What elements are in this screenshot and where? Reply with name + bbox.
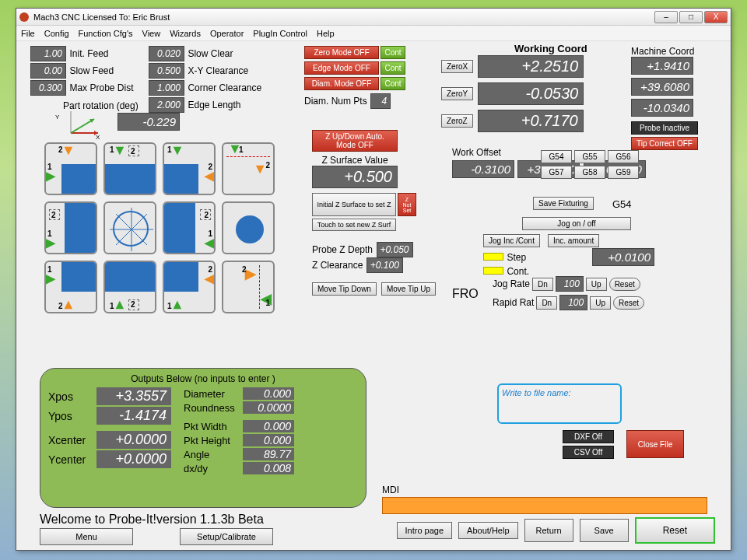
probe-edge-top[interactable]: ▼12: [103, 142, 156, 195]
close-file-button[interactable]: Close File: [626, 430, 684, 458]
zero-x-button[interactable]: ZeroX: [441, 60, 473, 73]
move-tip-up-button[interactable]: Move Tip Up: [381, 282, 436, 296]
menu-config[interactable]: Config: [44, 29, 69, 38]
probe-corner-tl[interactable]: ▼2▶1: [44, 142, 97, 195]
probe-corner-bl[interactable]: ▼2▶1: [44, 261, 97, 313]
g56-button[interactable]: G56: [608, 150, 639, 163]
part-rotation-value[interactable]: -0.229: [117, 113, 180, 131]
minimize-button[interactable]: –: [654, 11, 678, 23]
probe-line-right[interactable]: ▶2◀1: [222, 261, 275, 313]
zero-y-button[interactable]: ZeroY: [441, 87, 473, 100]
work-x-value[interactable]: +2.2510: [478, 55, 584, 78]
cont-led: [483, 267, 503, 275]
probe-edge-bottom[interactable]: ▼12: [103, 261, 156, 313]
xy-clear-value[interactable]: 0.500: [149, 63, 184, 79]
maximize-button[interactable]: □: [679, 11, 703, 23]
rapid-reset[interactable]: Reset: [613, 296, 644, 310]
pkt-width-value: 0.000: [243, 420, 294, 432]
jog-rate-value[interactable]: 100: [556, 276, 584, 292]
probe-corner-br[interactable]: ▼1◀2: [163, 261, 216, 313]
menu-function-cfgs[interactable]: Function Cfg's: [79, 29, 133, 38]
z-surface-value[interactable]: +0.500: [312, 166, 398, 188]
zero-mode-button[interactable]: Zero Mode OFF: [304, 46, 379, 59]
inc-amount-value[interactable]: +0.0100: [592, 248, 654, 266]
init-feed-label: Init. Feed: [69, 48, 108, 59]
probe-edge-right[interactable]: 2◀1: [163, 201, 216, 254]
dxdy-value: 0.008: [243, 462, 294, 474]
work-z-value[interactable]: +0.7170: [478, 110, 584, 132]
diam-pts-value[interactable]: 4: [370, 93, 391, 109]
max-probe-value[interactable]: 0.300: [30, 80, 66, 96]
z-clearance-value[interactable]: +0.100: [366, 257, 403, 273]
machine-z-value: -10.0340: [631, 99, 693, 117]
jog-inc-cont-button[interactable]: Jog Inc /Cont: [483, 234, 540, 247]
roundness-label: Roundness: [184, 402, 243, 414]
menu-plugin-control[interactable]: PlugIn Control: [253, 29, 307, 38]
probe-line-top[interactable]: ▼1▼2: [222, 142, 275, 195]
g55-button[interactable]: G55: [574, 150, 605, 163]
rapid-rate-label: Rapid Rat: [493, 297, 534, 308]
edge-mode-button[interactable]: Edge Mode OFF: [304, 61, 379, 75]
rapid-dn[interactable]: Dn: [536, 296, 557, 310]
z-auto-button[interactable]: Z Up/Down Auto. Mode OFF: [312, 130, 398, 152]
slow-feed-value[interactable]: 0.00: [30, 63, 66, 79]
probe-circle-solid[interactable]: [222, 201, 275, 254]
inc-amount-button[interactable]: Inc. amount: [548, 234, 599, 247]
svg-line-13: [116, 229, 132, 245]
dxf-button[interactable]: DXF Off: [563, 430, 614, 443]
menu-view[interactable]: View: [142, 29, 161, 38]
g58-button[interactable]: G58: [574, 166, 605, 179]
axis-icon: YX: [55, 110, 102, 141]
setup-button[interactable]: Setup/Calibrate: [180, 528, 273, 545]
menu-button[interactable]: Menu: [40, 528, 133, 545]
jog-rate-label: Jog Rate: [493, 278, 530, 289]
corner-clear-value[interactable]: 1.000: [149, 80, 184, 96]
move-tip-down-button[interactable]: Move Tip Down: [312, 282, 377, 296]
edge-len-value[interactable]: 2.000: [149, 97, 184, 113]
probe-circle-out[interactable]: [103, 201, 156, 254]
edge-cont-button[interactable]: Cont: [381, 61, 405, 75]
jog-rate-dn[interactable]: Dn: [532, 278, 553, 291]
file-name-box[interactable]: Write to file name:: [497, 383, 622, 424]
init-feed-value[interactable]: 1.00: [30, 46, 66, 61]
return-button[interactable]: Return: [524, 519, 573, 542]
probe-z-depth-value[interactable]: +0.050: [377, 242, 413, 257]
slow-clear-label: Slow Clear: [188, 48, 233, 59]
g57-button[interactable]: G57: [541, 166, 572, 179]
probe-corner-tr[interactable]: ▼1◀2: [163, 142, 216, 195]
mdi-input[interactable]: [382, 497, 707, 514]
rapid-up[interactable]: Up: [590, 296, 611, 310]
svg-line-12: [132, 214, 147, 229]
svg-text:Y: Y: [55, 114, 60, 121]
rapid-value[interactable]: 100: [559, 295, 587, 310]
touch-z-button[interactable]: Touch to set new Z Surf: [312, 219, 396, 231]
edge-len-label: Edge Length: [188, 100, 240, 110]
menu-file[interactable]: File: [21, 29, 35, 38]
save-fixturing-button[interactable]: Save Fixturing: [533, 197, 594, 210]
jog-rate-up[interactable]: Up: [586, 278, 607, 291]
intro-button[interactable]: Intro page: [397, 522, 453, 539]
save-button[interactable]: Save: [580, 519, 629, 542]
menu-help[interactable]: Help: [317, 29, 335, 38]
diam-cont-button[interactable]: Cont: [381, 77, 405, 90]
probe-edge-left[interactable]: 2▶1: [44, 201, 97, 254]
menu-operator[interactable]: Operator: [210, 29, 244, 38]
g54-button[interactable]: G54: [541, 150, 572, 163]
jog-onoff-button[interactable]: Jog on / off: [522, 217, 631, 230]
outputs-header: Outputs Below (no inputs to enter ): [48, 373, 358, 384]
reset-button[interactable]: Reset: [635, 517, 715, 544]
menu-wizards[interactable]: Wizards: [170, 29, 201, 38]
jog-reset[interactable]: Reset: [609, 278, 640, 291]
about-button[interactable]: About/Help: [458, 522, 517, 539]
zero-cont-button[interactable]: Cont: [381, 46, 405, 59]
slow-clear-value[interactable]: 0.020: [149, 46, 184, 61]
g59-button[interactable]: G59: [608, 166, 639, 179]
work-y-value[interactable]: -0.0530: [478, 82, 584, 105]
zero-z-button[interactable]: ZeroZ: [441, 114, 473, 128]
outputs-panel: Outputs Below (no inputs to enter ) Xpos…: [40, 368, 366, 508]
diam-mode-button[interactable]: Diam. Mode OFF: [304, 77, 379, 90]
pkt-height-label: Pkt Height: [184, 435, 243, 446]
csv-button[interactable]: CSV Off: [563, 446, 614, 459]
close-button[interactable]: X: [704, 11, 728, 23]
initial-z-button[interactable]: Initial Z Surface to set Z: [312, 193, 396, 216]
